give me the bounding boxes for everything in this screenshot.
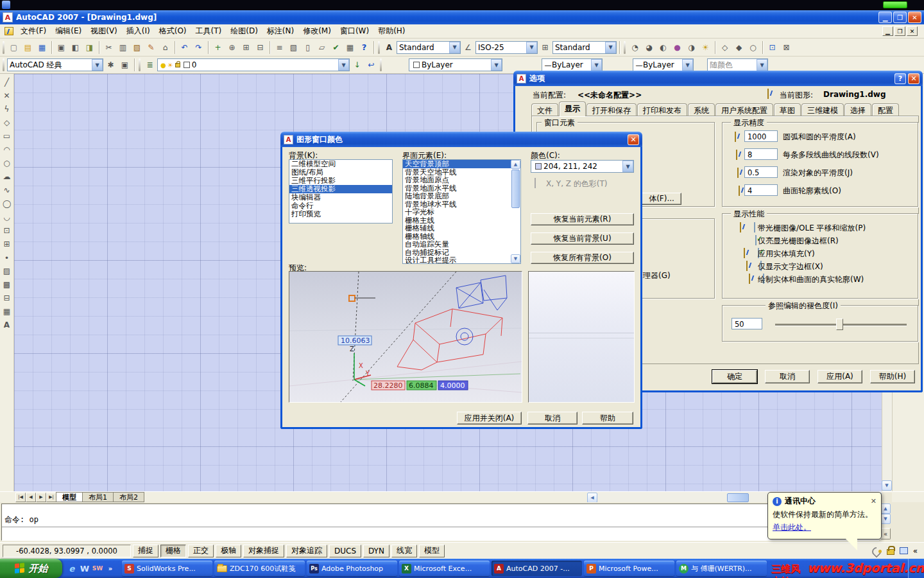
task-folder[interactable]: ZDC170 600试鞋笺 [214, 561, 305, 576]
menu-help[interactable]: 帮助(H) [373, 24, 409, 39]
cancel-button[interactable]: 取消 [765, 370, 810, 383]
text-style-combo[interactable]: Standard▼ [397, 41, 461, 54]
render-icon[interactable]: ● [671, 40, 684, 54]
chevron-down-icon[interactable]: ▼ [449, 42, 460, 53]
start-button[interactable]: 开始 [0, 559, 62, 578]
region-icon[interactable]: ⊟ [1, 291, 13, 304]
menu-tools[interactable]: 工具(T) [191, 24, 227, 39]
linetype-combo[interactable]: ― ByLayer ▼ [542, 58, 603, 71]
gradient-icon[interactable]: ▩ [1, 277, 13, 291]
redo-icon[interactable]: ↷ [192, 40, 205, 54]
dim-style-combo[interactable]: ISO-25▼ [475, 41, 538, 54]
options-close-icon[interactable]: ✕ [908, 73, 920, 84]
toggle-model-space[interactable]: 模型 [419, 545, 445, 557]
task-messenger[interactable]: M 与 傅珊(WERTR)... [676, 561, 767, 576]
help-icon[interactable]: ? [357, 40, 371, 54]
xref-fade-slider-thumb[interactable] [836, 319, 843, 330]
layer-manager-icon[interactable]: ≣ [143, 58, 157, 72]
layer-on-bulb-icon[interactable]: ● [160, 62, 166, 69]
minimize-button[interactable]: ▁ [878, 12, 892, 23]
tab-files[interactable]: 文件 [531, 103, 558, 116]
highlight-raster-checkbox[interactable] [755, 235, 757, 245]
toggle-osnap[interactable]: 对象捕捉 [243, 545, 284, 557]
toolbar-grip[interactable] [624, 41, 626, 54]
spline-icon[interactable]: ∿ [1, 183, 13, 197]
copy-icon[interactable]: ▥ [116, 40, 130, 54]
list-item[interactable]: 陆地背景底部 [403, 192, 511, 200]
list-item[interactable]: 背景地面原点 [403, 176, 511, 184]
workspace-settings-icon[interactable]: ✱ [104, 58, 117, 72]
quick-launch-overflow-icon[interactable]: » [105, 563, 116, 574]
dwf-attach-icon[interactable]: ⊡ [766, 40, 779, 54]
circle-icon[interactable]: ○ [1, 156, 13, 170]
coordinates-readout[interactable]: -60.4028, 93.0997 , 0.0000 [3, 545, 131, 557]
help-button[interactable]: 帮助(H) [870, 370, 915, 383]
apply-close-button[interactable]: 应用并关闭(A) [457, 412, 522, 425]
arc-icon[interactable]: ◠ [1, 143, 13, 156]
tab-3d-modeling[interactable]: 三维建模 [801, 103, 844, 116]
task-powerpoint[interactable]: P Microsoft Powe... [584, 561, 674, 576]
list-item[interactable]: 栅格辅线 [403, 224, 511, 232]
toolbar-grip[interactable] [139, 58, 141, 71]
element-scroll-up-icon[interactable]: ▲ [511, 160, 520, 169]
toggle-otrack[interactable]: 对象追踪 [286, 545, 327, 557]
table-style-combo[interactable]: Standard▼ [552, 41, 617, 54]
command-input-line[interactable] [2, 527, 878, 540]
task-photoshop[interactable]: Ps Adobe Photoshop [307, 561, 397, 576]
colors-cancel-button[interactable]: 取消 [527, 412, 578, 425]
options-help-icon[interactable]: ? [894, 73, 906, 84]
match-properties-icon[interactable]: ✎ [144, 40, 158, 54]
tab-selection[interactable]: 选择 [844, 103, 871, 116]
toggle-ortho[interactable]: 正交 [188, 545, 214, 557]
last-tab-icon[interactable]: ▶| [46, 493, 56, 502]
ok-button[interactable]: 确定 [712, 370, 757, 383]
menu-draw[interactable]: 绘图(D) [226, 24, 262, 39]
markup-set-manager-icon[interactable]: ✔ [329, 40, 343, 54]
element-scroll-thumb[interactable] [511, 170, 520, 208]
xref-fade-input[interactable]: 50 [732, 318, 762, 329]
block-editor-icon[interactable]: ⌂ [158, 40, 172, 54]
layer-lock-icon[interactable] [175, 63, 180, 67]
named-views-icon[interactable]: ◕ [642, 40, 656, 54]
quick-calc-icon[interactable]: ▦ [343, 40, 357, 54]
toggle-snap[interactable]: 捕捉 [133, 545, 158, 557]
menu-dimension[interactable]: 标注(N) [262, 24, 298, 39]
chevron-down-icon[interactable]: ▼ [605, 42, 616, 53]
text-style-icon[interactable]: A [382, 40, 396, 54]
color-combo[interactable]: ByLayer ▼ [409, 58, 502, 71]
restore-context-button[interactable]: 恢复当前背景(U) [531, 232, 634, 245]
command-text-area[interactable]: 命令: op [1, 504, 879, 541]
toolbar-grip[interactable] [378, 41, 380, 54]
zoom-previous-icon[interactable]: ⊟ [253, 40, 267, 54]
contour-lines-input[interactable]: 4 [744, 184, 778, 196]
context-list[interactable]: 二维模型空间 图纸/布局 三维平行投影 三维透视投影 块编辑器 命令行 打印预览 [289, 159, 393, 223]
multiline-text-icon[interactable]: A [1, 318, 13, 331]
publish-icon[interactable]: ◨ [83, 40, 96, 54]
colors-help-button[interactable]: 帮助 [582, 412, 633, 425]
colors-close-icon[interactable]: ✕ [628, 134, 639, 145]
toggle-polar[interactable]: 极轴 [216, 545, 241, 557]
zoom-window-icon[interactable]: ⊞ [239, 40, 253, 54]
polygon-icon[interactable]: ◇ [1, 116, 13, 129]
layer-color-swatch[interactable] [184, 62, 190, 68]
rectangle-icon[interactable]: ▭ [1, 129, 13, 143]
point-icon[interactable]: ∙ [1, 250, 13, 264]
save-icon[interactable]: ▦ [35, 40, 49, 54]
mdi-minimize-button[interactable]: ▁ [882, 26, 893, 36]
chevron-down-icon[interactable]: ▼ [622, 161, 633, 172]
balloon-close-icon[interactable]: ✕ [871, 497, 877, 505]
camera-icon[interactable]: ◐ [656, 40, 670, 54]
3d-orbit-icon[interactable]: ◔ [628, 40, 642, 54]
menu-edit[interactable]: 编辑(E) [51, 24, 86, 39]
apply-button[interactable]: 应用(A) [817, 370, 862, 383]
toggle-grid[interactable]: 栅格 [160, 545, 186, 557]
menu-format[interactable]: 格式(O) [155, 24, 191, 39]
sheet-set-manager-icon[interactable]: ▱ [315, 40, 329, 54]
pan-icon[interactable]: + [211, 40, 225, 54]
cut-icon[interactable]: ✂ [102, 40, 116, 54]
element-scroll-down-icon[interactable]: ▼ [511, 254, 520, 263]
tab-system[interactable]: 系统 [688, 103, 715, 116]
table-style-icon[interactable]: ⊞ [538, 40, 552, 54]
element-list[interactable]: 天空背景顶部 背景天空地平线 背景地面原点 背景地面水平线 陆地背景底部 背景地… [402, 159, 521, 264]
menu-file[interactable]: 文件(F) [16, 24, 51, 39]
